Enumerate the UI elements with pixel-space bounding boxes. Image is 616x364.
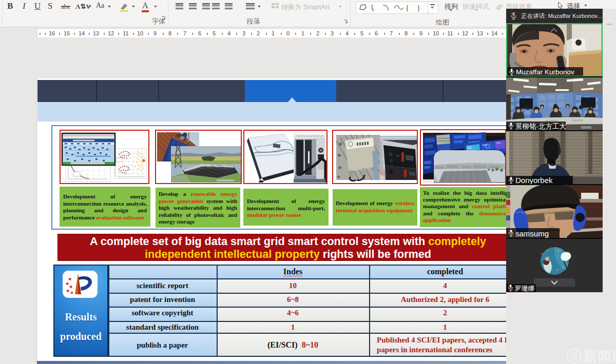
svg-text:Donyorbek: Donyorbek — [515, 176, 553, 185]
svg-text:罗珊娜: 罗珊娜 — [514, 285, 534, 292]
svg-text:samsumg: samsumg — [515, 229, 549, 238]
svg-text:景柳铭-北方工大: 景柳铭-北方工大 — [515, 123, 566, 130]
svg-text:{: { — [406, 4, 409, 12]
svg-text:Muzaffar Kurbonov: Muzaffar Kurbonov — [516, 68, 574, 76]
svg-text:}: } — [417, 4, 420, 12]
